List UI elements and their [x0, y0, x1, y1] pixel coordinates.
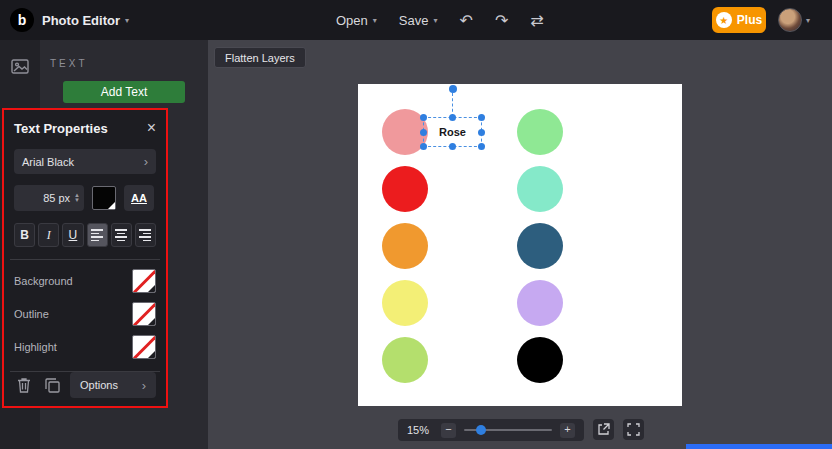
align-center-button[interactable]: [111, 223, 132, 247]
bold-button[interactable]: B: [14, 223, 35, 247]
zoom-slider-thumb[interactable]: [476, 425, 486, 435]
resize-handle-ne[interactable]: [478, 114, 485, 121]
duplicate-layer-icon[interactable]: [42, 375, 62, 395]
fit-screen-icon[interactable]: [623, 419, 644, 440]
align-right-button[interactable]: [135, 223, 156, 247]
canvas-circle[interactable]: [382, 337, 428, 383]
zoom-in-button[interactable]: +: [560, 423, 575, 438]
image-manager-icon[interactable]: [0, 48, 40, 84]
plus-upgrade-button[interactable]: ★ Plus: [712, 7, 766, 33]
top-bar: b Photo Editor ▾ Open ▾ Save ▾ ↶ ↷ ⇄ ★ P…: [0, 0, 832, 40]
star-icon: ★: [716, 12, 732, 28]
editor-workspace: Flatten Layers Rose 15% − +: [208, 40, 832, 449]
canvas-circle[interactable]: [517, 337, 563, 383]
rotate-handle[interactable]: [449, 85, 457, 93]
save-label: Save: [399, 13, 429, 28]
app-title-menu[interactable]: Photo Editor ▾: [42, 13, 129, 28]
delete-layer-icon[interactable]: [14, 375, 34, 395]
panel-section-title: TEXT: [50, 58, 208, 69]
underline-button[interactable]: U: [62, 223, 83, 247]
zoom-out-button[interactable]: −: [441, 423, 456, 438]
image-canvas[interactable]: Rose: [358, 84, 682, 406]
text-case-button[interactable]: AA: [124, 185, 154, 211]
redo-icon[interactable]: ↷: [495, 11, 508, 30]
font-family-value: Arial Black: [22, 156, 74, 168]
outline-color-swatch[interactable]: [132, 302, 156, 326]
text-properties-panel: Text Properties × Arial Black › 85 px ▲▼…: [2, 108, 168, 408]
resize-handle-s[interactable]: [449, 143, 456, 150]
open-label: Open: [336, 13, 368, 28]
resize-handle-w[interactable]: [420, 129, 427, 136]
align-left-icon: [91, 229, 103, 241]
options-label: Options: [80, 379, 118, 391]
undo-icon[interactable]: ↶: [459, 11, 472, 30]
canvas-circle[interactable]: [517, 166, 563, 212]
highlight-label: Highlight: [14, 341, 57, 353]
divider: [10, 259, 160, 260]
step-down-icon[interactable]: ▼: [74, 198, 80, 203]
text-selection-box[interactable]: Rose: [423, 117, 482, 147]
text-color-swatch[interactable]: [92, 186, 116, 210]
flatten-layers-button[interactable]: Flatten Layers: [214, 47, 306, 68]
circle-grid: [382, 109, 563, 383]
chevron-down-icon: ▾: [125, 16, 129, 25]
add-text-button[interactable]: Add Text: [63, 81, 185, 103]
options-button[interactable]: Options ›: [70, 372, 156, 398]
swatch-dropdown-corner: [108, 202, 115, 209]
save-menu[interactable]: Save ▾: [399, 13, 438, 28]
resize-handle-n[interactable]: [449, 114, 456, 121]
selected-text-layer[interactable]: Rose: [439, 126, 466, 138]
avatar-chevron-icon[interactable]: ▾: [806, 16, 810, 25]
swatch-dropdown-corner: [148, 285, 155, 292]
chevron-down-icon: ▾: [373, 16, 377, 25]
resize-handle-se[interactable]: [478, 143, 485, 150]
align-left-button[interactable]: [87, 223, 108, 247]
background-label: Background: [14, 275, 73, 287]
revert-icon[interactable]: ⇄: [530, 11, 543, 30]
resize-handle-e[interactable]: [478, 129, 485, 136]
canvas-circle[interactable]: [382, 166, 428, 212]
canvas-circle[interactable]: [382, 280, 428, 326]
close-icon[interactable]: ×: [147, 120, 156, 136]
canvas-circle[interactable]: [517, 109, 563, 155]
resize-handle-sw[interactable]: [420, 143, 427, 150]
font-size-value: 85 px: [43, 192, 70, 204]
highlight-color-swatch[interactable]: [132, 335, 156, 359]
align-center-icon: [115, 229, 127, 241]
panel-title: Text Properties: [14, 121, 108, 136]
chevron-right-icon: ›: [144, 154, 148, 169]
plus-label: Plus: [737, 13, 762, 27]
align-right-icon: [139, 229, 151, 241]
stepper-arrows[interactable]: ▲▼: [74, 193, 80, 203]
background-color-swatch[interactable]: [132, 269, 156, 293]
chevron-down-icon: ▾: [433, 16, 437, 25]
chevron-right-icon: ›: [142, 378, 146, 393]
zoom-bar: 15% − +: [398, 419, 584, 441]
export-view-icon[interactable]: [593, 419, 614, 440]
canvas-circle[interactable]: [382, 223, 428, 269]
horizontal-scrollbar-thumb[interactable]: [686, 444, 832, 449]
zoom-level: 15%: [407, 424, 433, 436]
resize-handle-nw[interactable]: [420, 114, 427, 121]
app-title: Photo Editor: [42, 13, 120, 28]
swatch-dropdown-corner: [148, 351, 155, 358]
italic-button[interactable]: I: [38, 223, 59, 247]
user-avatar[interactable]: [778, 8, 802, 32]
outline-label: Outline: [14, 308, 49, 320]
canvas-circle[interactable]: [517, 223, 563, 269]
font-family-select[interactable]: Arial Black ›: [14, 149, 156, 174]
canvas-circle[interactable]: [517, 280, 563, 326]
top-center-menu: Open ▾ Save ▾ ↶ ↷ ⇄: [336, 0, 544, 40]
swatch-dropdown-corner: [148, 318, 155, 325]
font-size-stepper[interactable]: 85 px ▲▼: [14, 185, 84, 211]
app-logo[interactable]: b: [10, 8, 34, 32]
zoom-slider[interactable]: [464, 423, 552, 437]
open-menu[interactable]: Open ▾: [336, 13, 377, 28]
